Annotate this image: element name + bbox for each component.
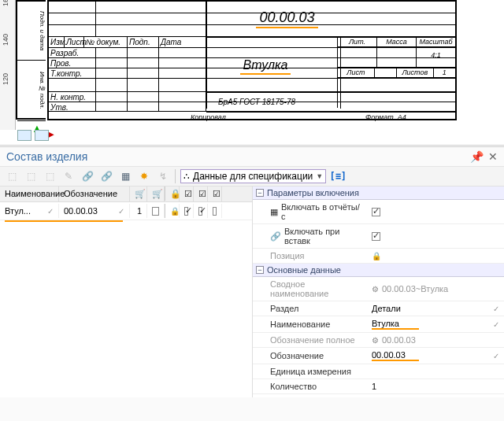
checkbox[interactable]: [372, 232, 380, 241]
tb-part-name: Втулка: [206, 58, 324, 75]
row-razrab: Разраб.: [49, 48, 96, 57]
toolbar-btn[interactable]: ▦: [118, 169, 132, 183]
gear-icon: ⚙: [372, 285, 379, 294]
hdr-podp: Подп.: [128, 37, 159, 47]
tb-right-meta: Лит.МассаМасштаб 4:1 ЛистЛистов1: [337, 37, 455, 108]
prop-row: Обозначение полное ⚙00.00.03: [253, 333, 504, 348]
items-grid[interactable]: Наименование Обозначение 🛒 🛒 🔒 ☑ ☑ ☑ Вту…: [0, 186, 252, 397]
side-label: Подп. и дата: [17, 2, 46, 61]
toolbar-btn[interactable]: 🔗: [80, 169, 94, 183]
col-name[interactable]: Наименование: [0, 186, 59, 201]
item-des: 00.00.03: [64, 206, 98, 216]
prop-row[interactable]: Масса 0.004038кг✓: [253, 394, 504, 397]
view-tabs[interactable]: [17, 130, 49, 141]
panel-titlebar: Состав изделия 📌 ✕: [0, 147, 504, 167]
prop-row[interactable]: Единица измерения: [253, 364, 504, 379]
toolbar-btn[interactable]: ✸: [137, 169, 151, 183]
drawing-titleblock: Изм. Лист № докум. Подп. Дата Разраб. Пр…: [47, 0, 457, 120]
toolbar-btn[interactable]: ⬚: [5, 169, 19, 183]
chevron-down-icon: ▼: [316, 172, 323, 180]
col-chk-icon[interactable]: ☑: [194, 186, 208, 201]
panel-toolbar: ⬚ ⬚ ⬚ ✎ 🔗 🔗 ▦ ✸ ↯ ∴ Данные для специфика…: [0, 167, 504, 186]
prop-group-inclusion: − Параметры включения: [253, 186, 504, 200]
prop-row[interactable]: Обозначение 00.00.03✓: [253, 348, 504, 364]
hdr-list: Лист: [65, 37, 84, 47]
prop-row: Сводное наименование ⚙00.00.03~Втулка: [253, 277, 504, 301]
tb-designation: 00.00.03: [206, 9, 368, 28]
view-tab-icon[interactable]: [17, 130, 32, 141]
grid-headers: Наименование Обозначение 🛒 🛒 🔒 ☑ ☑ ☑: [0, 186, 252, 202]
toolbar-btn[interactable]: ↯: [156, 169, 170, 183]
table-icon: ▦: [270, 207, 278, 217]
ruler-tick: 160: [2, 0, 9, 6]
prop-row: Позиция 🔒: [253, 249, 504, 264]
prop-row[interactable]: Наименование Втулка✓: [253, 316, 504, 333]
panel-title-text: Состав изделия: [6, 150, 87, 163]
checkbox[interactable]: [184, 207, 188, 216]
properties-pane[interactable]: − Параметры включения ▦Включать в отчёты…: [252, 186, 504, 397]
prop-row[interactable]: ▦Включать в отчёты/с: [253, 200, 504, 224]
titleblock-side: Подп. и дата Инв.№ подл.: [16, 0, 46, 120]
col-lock-icon[interactable]: 🔒: [165, 186, 180, 201]
row-tkontr: Т.контр.: [49, 68, 96, 78]
hdr-ndokum: № докум.: [84, 37, 128, 47]
view-tab-icon[interactable]: [35, 130, 49, 141]
lock-icon: 🔒: [170, 207, 180, 216]
close-icon[interactable]: ✕: [488, 150, 498, 163]
vertical-ruler: 160 140 120: [0, 0, 16, 130]
toolbar-structure-btn[interactable]: [≡]: [331, 169, 345, 183]
tb-material: БрА5 ГОСТ 18175-78: [218, 98, 295, 106]
pin-icon[interactable]: 📌: [470, 150, 484, 163]
combo-text: Данные для спецификации: [193, 171, 313, 182]
tb-kopiroval: Копировал: [191, 113, 226, 121]
lock-icon: 🔒: [372, 252, 381, 260]
hdr-data: Дата: [159, 37, 206, 47]
toolbar-btn[interactable]: ⬚: [43, 169, 57, 183]
checkbox[interactable]: [372, 208, 380, 216]
gear-icon: ⚙: [372, 336, 379, 345]
col-icon[interactable]: 🛒: [147, 186, 165, 201]
table-row[interactable]: Втул...✓ 00.00.03✓ 1 🔒: [0, 202, 252, 220]
checkbox[interactable]: [213, 207, 217, 216]
item-qty: 1: [130, 204, 147, 218]
prop-group-main: − Основные данные: [253, 264, 504, 277]
tb-format: Формат А4: [365, 113, 406, 121]
col-icon[interactable]: 🛒: [130, 186, 147, 201]
toolbar-btn[interactable]: 🔗: [99, 169, 113, 183]
row-prov: Пров.: [49, 58, 96, 68]
spec-data-combo[interactable]: ∴ Данные для спецификации ▼: [180, 169, 326, 183]
row-nkontr: Н. контр.: [49, 92, 96, 102]
row-utv: Утв.: [49, 102, 96, 111]
toolbar-btn[interactable]: ⬚: [24, 169, 38, 183]
product-composition-panel: Состав изделия 📌 ✕ ⬚ ⬚ ⬚ ✎ 🔗 🔗 ▦ ✸ ↯ ∴ Д…: [0, 146, 504, 421]
checkbox[interactable]: [152, 207, 159, 216]
combo-icon: ∴: [183, 171, 190, 182]
ruler-tick: 140: [2, 34, 9, 46]
item-name: Втул...: [5, 206, 31, 216]
link-icon: 🔗: [270, 231, 281, 242]
checkbox[interactable]: [198, 207, 202, 216]
side-label: Инв.№ подл.: [17, 61, 46, 121]
prop-row[interactable]: Количество 1: [253, 379, 504, 394]
hdr-izm: Изм.: [49, 37, 65, 47]
toolbar-btn[interactable]: ✎: [61, 169, 76, 183]
prop-row[interactable]: Раздел Детали✓: [253, 301, 504, 316]
drawing-canvas[interactable]: 160 140 120 Подп. и дата Инв.№ подл. Изм…: [0, 0, 504, 146]
col-chk-icon[interactable]: ☑: [180, 186, 194, 201]
col-chk-icon[interactable]: ☑: [208, 186, 222, 201]
ruler-tick: 120: [2, 73, 9, 85]
collapse-icon[interactable]: −: [256, 189, 264, 197]
prop-row[interactable]: 🔗Включать при вставк: [253, 224, 504, 249]
highlight-underline: [5, 220, 123, 222]
collapse-icon[interactable]: −: [256, 266, 264, 274]
col-des[interactable]: Обозначение: [59, 186, 130, 201]
